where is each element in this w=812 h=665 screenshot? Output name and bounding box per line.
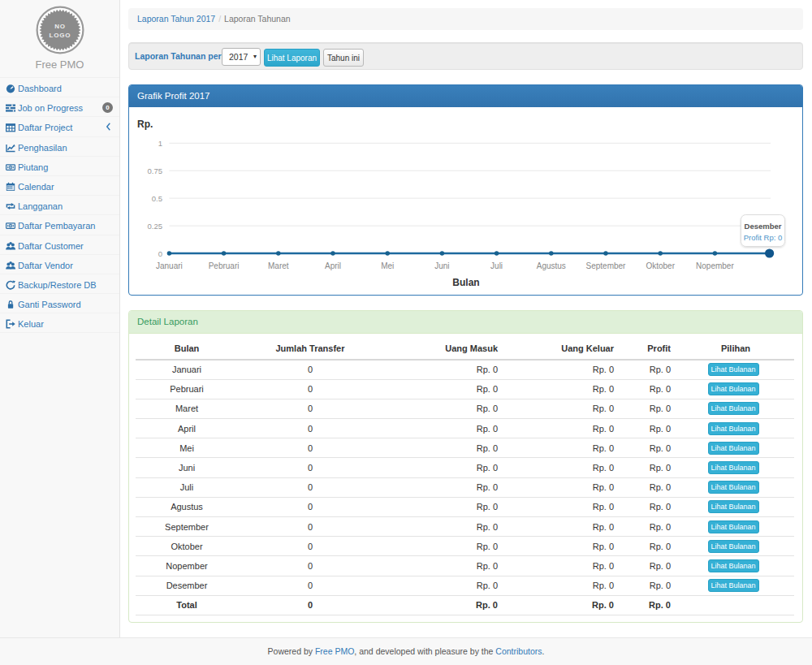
svg-text:1: 1 [158,139,162,148]
svg-text:Oktober: Oktober [646,261,675,270]
svg-text:Profit Rp: 0: Profit Rp: 0 [744,233,783,242]
svg-text:Nopember: Nopember [696,261,734,270]
svg-text:September: September [586,261,627,270]
svg-text:0.5: 0.5 [152,194,162,203]
svg-text:Mei: Mei [381,261,394,270]
svg-text:Juni: Juni [434,261,449,270]
svg-text:Pebruari: Pebruari [209,261,240,270]
svg-text:Maret: Maret [268,261,289,270]
svg-text:April: April [325,261,341,270]
svg-text:NO: NO [54,23,66,30]
svg-text:Januari: Januari [156,261,183,270]
svg-text:Juli: Juli [490,261,503,270]
svg-text:0.25: 0.25 [148,222,163,231]
svg-text:0.75: 0.75 [148,166,163,175]
svg-text:Bulan: Bulan [452,277,479,288]
svg-text:Agustus: Agustus [537,261,566,270]
svg-text:0: 0 [158,249,162,258]
svg-text:Desember: Desember [745,222,782,231]
svg-text:Rp.: Rp. [137,119,153,130]
svg-text:LOGO: LOGO [49,32,71,39]
